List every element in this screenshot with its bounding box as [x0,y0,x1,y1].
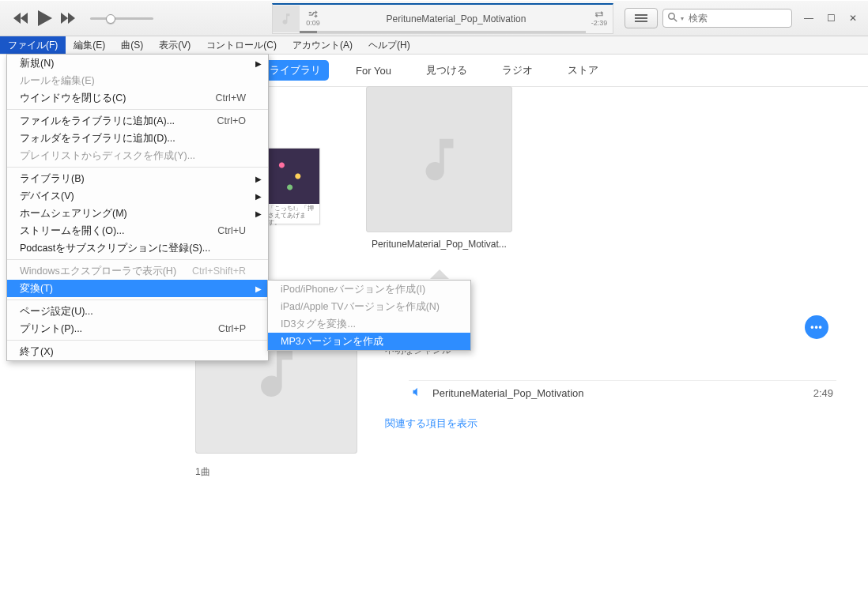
repeat-icon[interactable]: -2:39 [586,10,613,27]
album-thumbnail-partial[interactable]: 「こっち!」「押さえてあげます。 [265,148,320,224]
related-link[interactable]: 関連する項目を表示 [385,416,477,431]
search-input[interactable] [687,12,787,24]
menuitem-device[interactable]: デバイス(V)▶ [7,187,268,205]
svg-point-3 [669,13,675,19]
menuitem-burn-playlist: プレイリストからディスクを作成(Y)... [7,147,268,164]
player-controls [0,9,160,27]
svg-line-4 [674,18,677,21]
album-art-placeholder [366,86,512,232]
tab-for-you[interactable]: For You [348,62,399,80]
menuitem-print[interactable]: プリント(P)...Ctrl+P [7,320,268,337]
play-button[interactable] [36,9,54,27]
time-elapsed: 0:09 [306,19,320,27]
menuitem-page-setup[interactable]: ページ設定(U)... [7,303,268,320]
track-list: PerituneMaterial_Pop_Motivation 2:49 [409,380,836,405]
menu-help[interactable]: ヘルプ(H) [360,36,418,54]
next-button[interactable] [60,9,77,27]
close-button[interactable]: ✕ [846,11,860,25]
tab-radio[interactable]: ラジオ [494,60,541,81]
menuitem-create-ipod-version: iPod/iPhoneバージョンを作成(I) [268,281,470,298]
time-remaining: -2:39 [591,19,608,27]
album-caption: PerituneMaterial_Pop_Motivat... [366,239,512,250]
menuitem-add-file[interactable]: ファイルをライブラリに追加(A)...Ctrl+O [7,112,268,130]
right-tools: ▾ — ☐ ✕ [617,8,868,28]
convert-submenu: iPod/iPhoneバージョンを作成(I) iPad/Apple TVバージョ… [267,280,471,351]
selection-notch [430,269,449,279]
file-menu-dropdown: 新規(N)▶ ルールを編集(E) ウインドウを閉じる(C)Ctrl+W ファイル… [6,54,269,361]
chevron-right-icon: ▶ [255,209,262,218]
now-playing-art [273,6,300,32]
seek-bar[interactable] [300,31,586,33]
menuitem-new[interactable]: 新規(N)▶ [7,55,268,72]
thumbnail-image [266,149,319,204]
minimize-button[interactable]: — [802,11,816,25]
menuitem-add-folder[interactable]: フォルダをライブラリに追加(D)... [7,130,268,147]
now-playing-title: PerituneMaterial_Pop_Motivation [326,13,586,24]
menubar: ファイル(F) 編集(E) 曲(S) 表示(V) コントロール(C) アカウント… [0,36,868,55]
thumbnail-caption: 「こっち!」「押さえてあげます。 [266,204,319,228]
maximize-button[interactable]: ☐ [824,11,838,25]
menuitem-edit-rule: ルールを編集(E) [7,72,268,89]
search-box[interactable]: ▾ [662,9,792,28]
tab-library[interactable]: ライブラリ [262,60,329,81]
menuitem-create-mp3-version[interactable]: MP3バージョンを作成 [268,333,470,350]
menuitem-create-ipad-version: iPad/Apple TVバージョンを作成(N) [268,298,470,315]
window-buttons: — ☐ ✕ [802,11,860,25]
chevron-right-icon: ▶ [255,192,262,201]
top-toolbar: 0:09 PerituneMaterial_Pop_Motivation -2:… [0,1,868,36]
menu-account[interactable]: アカウント(A) [285,36,360,54]
menu-file[interactable]: ファイル(F) [0,36,66,54]
svg-rect-1 [635,17,647,19]
menu-view[interactable]: 表示(V) [151,36,198,54]
menuitem-home-sharing[interactable]: ホームシェアリング(M)▶ [7,205,268,222]
prev-button[interactable] [13,9,30,27]
more-button[interactable]: ••• [805,315,828,339]
menuitem-convert-id3: ID3タグを変換... [268,315,470,333]
chevron-right-icon: ▶ [255,284,262,293]
volume-slider[interactable] [90,17,153,20]
menuitem-convert[interactable]: 変換(T)▶ [7,280,268,297]
svg-rect-0 [635,14,647,16]
track-name: PerituneMaterial_Pop_Motivation [432,387,813,399]
album-tile[interactable]: PerituneMaterial_Pop_Motivat... [366,86,512,250]
speaker-icon [412,387,421,399]
menuitem-close-window[interactable]: ウインドウを閉じる(C)Ctrl+W [7,89,268,107]
chevron-right-icon: ▶ [255,175,262,183]
menuitem-open-stream[interactable]: ストリームを開く(O)...Ctrl+U [7,222,268,239]
menuitem-show-explorer: Windowsエクスプローラで表示(H)Ctrl+Shift+R [7,262,268,280]
menuitem-exit[interactable]: 終了(X) [7,343,268,360]
chevron-right-icon: ▶ [255,59,262,68]
list-view-button[interactable] [625,8,658,28]
search-icon [668,13,677,24]
menuitem-podcast-subscribe[interactable]: Podcastをサブスクリプションに登録(S)... [7,239,268,257]
now-playing-panel: 0:09 PerituneMaterial_Pop_Motivation -2:… [272,3,613,34]
track-count: 1曲 [195,465,210,479]
dropdown-caret-icon: ▾ [681,15,684,22]
menu-edit[interactable]: 編集(E) [66,36,113,54]
shuffle-icon[interactable]: 0:09 [300,10,326,27]
svg-rect-2 [635,21,647,22]
track-duration: 2:49 [813,387,833,399]
track-row[interactable]: PerituneMaterial_Pop_Motivation 2:49 [409,380,836,405]
menu-control[interactable]: コントロール(C) [198,36,285,54]
tab-store[interactable]: ストア [560,60,606,81]
menu-song[interactable]: 曲(S) [113,36,151,54]
menuitem-library[interactable]: ライブラリ(B)▶ [7,170,268,187]
app-window: 0:09 PerituneMaterial_Pop_Motivation -2:… [0,0,868,599]
tab-browse[interactable]: 見つける [418,60,475,81]
